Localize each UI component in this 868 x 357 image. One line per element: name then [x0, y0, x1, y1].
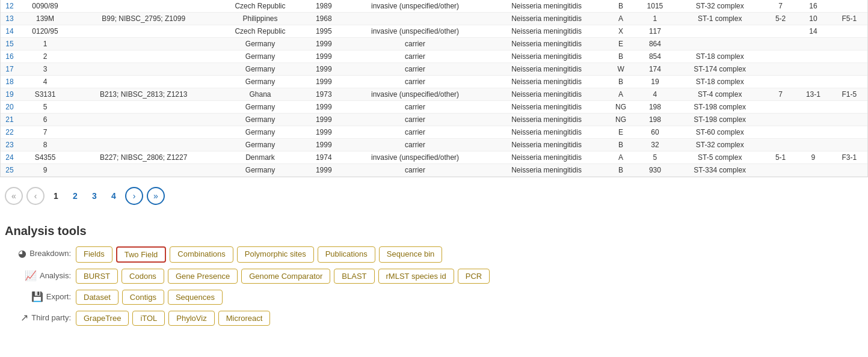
rmlst-button[interactable]: rMLST species id — [378, 269, 454, 284]
codons-button[interactable]: Codons — [122, 269, 164, 284]
row-number[interactable]: 22 — [1, 126, 19, 139]
row-aliases — [72, 101, 215, 114]
row-number[interactable]: 18 — [1, 76, 19, 88]
combinations-button[interactable]: Combinations — [170, 246, 233, 263]
blast-button[interactable]: BLAST — [334, 269, 374, 284]
row-disease: invasive (unspecified/other) — [343, 0, 487, 13]
row-disease — [343, 13, 487, 25]
row-number[interactable]: 24 — [1, 151, 19, 164]
grapetree-button[interactable]: GrapeTree — [76, 311, 129, 326]
row-species: Neisseria meningitidis — [487, 50, 606, 63]
row-number[interactable]: 14 — [1, 25, 19, 38]
genome-comparator-button[interactable]: Genome Comparator — [241, 269, 330, 284]
pcr-button[interactable]: PCR — [458, 269, 490, 284]
prev-page-button[interactable]: ‹ — [26, 187, 45, 205]
table-row: 24 S4355 B227; NIBSC_2806; Z1227 Denmark… — [1, 151, 867, 164]
row-number[interactable]: 16 — [1, 50, 19, 63]
export-icon: 💾 — [31, 291, 43, 302]
row-number[interactable]: 15 — [1, 38, 19, 50]
row-number[interactable]: 13 — [1, 13, 19, 25]
row-country: Germany — [215, 126, 304, 139]
contigs-button[interactable]: Contigs — [122, 290, 164, 305]
row-st: 32 — [636, 139, 674, 151]
row-country: Germany — [215, 114, 304, 126]
row-id: 8 — [19, 139, 72, 151]
row-disease: invasive (unspecified/other) — [343, 88, 487, 101]
row-number[interactable]: 21 — [1, 114, 19, 126]
breakdown-label: ◕ Breakdown: — [5, 246, 71, 259]
table-row: 21 6 Germany 1999 carrier Neisseria meni… — [1, 114, 867, 126]
row-ery — [831, 76, 867, 88]
row-st: 117 — [636, 25, 674, 38]
analysis-tools-section: Analysis tools ◕ Breakdown: FieldsTwo Fi… — [0, 215, 868, 346]
table-row: 19 S3131 B213; NIBSC_2813; Z1213 Ghana 1… — [1, 88, 867, 101]
table-row: 16 2 Germany 1999 carrier Neisseria meni… — [1, 50, 867, 63]
analysis-label-text: Analysis: — [40, 271, 71, 280]
next-page-button[interactable]: › — [125, 187, 143, 205]
table-row: 18 4 Germany 1999 carrier Neisseria meni… — [1, 76, 867, 88]
row-tet: 14 — [795, 25, 831, 38]
row-sg: X — [606, 25, 636, 38]
publications-button[interactable]: Publications — [318, 246, 375, 263]
row-number[interactable]: 12 — [1, 0, 19, 13]
export-buttons: DatasetContigsSequences — [76, 290, 223, 305]
page-3-button[interactable]: 3 — [87, 188, 102, 204]
two-field-button[interactable]: Two Field — [116, 246, 167, 263]
microreact-button[interactable]: Microreact — [218, 311, 271, 326]
row-number[interactable]: 23 — [1, 139, 19, 151]
row-pen — [766, 25, 795, 38]
phyloviz-button[interactable]: PhyloViz — [168, 311, 214, 326]
row-ery: F5-1 — [831, 13, 867, 25]
table-row: 13 139M B99; NIBSC_2795; Z1099 Philippin… — [1, 13, 867, 25]
dataset-button[interactable]: Dataset — [76, 290, 119, 305]
row-pen: 5-2 — [766, 13, 795, 25]
row-aliases — [72, 38, 215, 50]
row-year: 1999 — [305, 76, 343, 88]
row-ery — [831, 63, 867, 76]
row-year: 1968 — [305, 13, 343, 25]
itol-button[interactable]: iTOL — [132, 311, 165, 326]
row-disease: carrier — [343, 139, 487, 151]
row-tet — [795, 76, 831, 88]
export-label: 💾 Export: — [5, 290, 71, 302]
page-2-button[interactable]: 2 — [67, 188, 83, 204]
page-1-button[interactable]: 1 — [48, 188, 64, 204]
fields-button[interactable]: Fields — [76, 246, 112, 263]
row-number[interactable]: 20 — [1, 101, 19, 114]
row-species: Neisseria meningitidis — [487, 151, 606, 164]
row-ery: F3-1 — [831, 151, 867, 164]
analysis-buttons: BURSTCodonsGene PresenceGenome Comparato… — [76, 269, 490, 284]
row-number[interactable]: 19 — [1, 88, 19, 101]
row-sg: NG — [606, 101, 636, 114]
last-page-button[interactable]: » — [147, 187, 165, 205]
third-party-buttons: GrapeTreeiTOLPhyloVizMicroreact — [76, 311, 270, 326]
row-id: 4 — [19, 76, 72, 88]
row-sg: W — [606, 63, 636, 76]
burst-button[interactable]: BURST — [76, 269, 118, 284]
sequences-button[interactable]: Sequences — [168, 290, 223, 305]
row-cc: ST-334 complex — [674, 164, 766, 177]
row-species: Neisseria meningitidis — [487, 114, 606, 126]
row-ery — [831, 164, 867, 177]
row-pen: 7 — [766, 88, 795, 101]
row-country: Germany — [215, 101, 304, 114]
row-species: Neisseria meningitidis — [487, 101, 606, 114]
row-number[interactable]: 17 — [1, 63, 19, 76]
analysis-row: 📈 Analysis: BURSTCodonsGene PresenceGeno… — [5, 269, 863, 284]
row-disease: carrier — [343, 50, 487, 63]
polymorphic-sites-button[interactable]: Polymorphic sites — [237, 246, 314, 263]
page-4-button[interactable]: 4 — [106, 188, 122, 204]
gene-presence-button[interactable]: Gene Presence — [168, 269, 238, 284]
row-id: 9 — [19, 164, 72, 177]
row-number[interactable]: 25 — [1, 164, 19, 177]
table-row: 22 7 Germany 1999 carrier Neisseria meni… — [1, 126, 867, 139]
table-row: 17 3 Germany 1999 carrier Neisseria meni… — [1, 63, 867, 76]
sequence-bin-button[interactable]: Sequence bin — [379, 246, 443, 263]
first-page-button[interactable]: « — [5, 187, 23, 205]
row-st: 198 — [636, 101, 674, 114]
row-disease: invasive (unspecified/other) — [343, 151, 487, 164]
row-pen — [766, 101, 795, 114]
third-party-icon: ↗ — [20, 312, 28, 323]
table-row: 12 0090/89 Czech Republic 1989 invasive … — [1, 0, 867, 13]
data-table: 12 0090/89 Czech Republic 1989 invasive … — [0, 0, 868, 177]
